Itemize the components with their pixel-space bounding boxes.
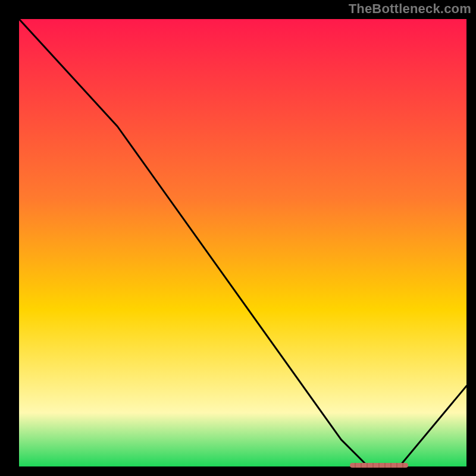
plot-area bbox=[19, 19, 466, 466]
optimal-range-marker bbox=[350, 463, 408, 468]
gradient-background bbox=[19, 19, 466, 466]
chart-svg bbox=[19, 19, 466, 466]
chart-frame: TheBottleneck.com bbox=[0, 0, 476, 476]
attribution-text: TheBottleneck.com bbox=[349, 1, 471, 17]
